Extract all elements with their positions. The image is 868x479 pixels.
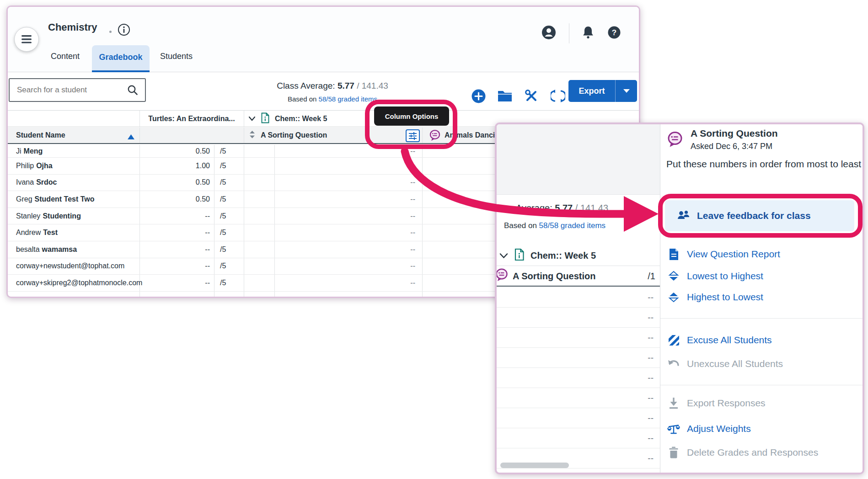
question-context-menu: A Sorting Question Asked Dec 6, 3:47 PM … — [660, 124, 863, 473]
grade-cell[interactable]: -- — [140, 275, 210, 291]
table-row[interactable]: -- — [497, 368, 660, 388]
grade-cell[interactable]: -- — [275, 224, 415, 241]
clone-question-row[interactable]: A Sorting Question /1 — [497, 266, 660, 287]
menu-question-description: Put these numbers in order from most to … — [666, 154, 864, 175]
collapse-chevron-icon[interactable] — [248, 115, 256, 123]
menu-question-asked: Asked Dec 6, 3:47 PM — [691, 142, 772, 151]
grade-cell[interactable]: -- — [140, 241, 210, 258]
table-row[interactable]: -- — [497, 408, 660, 428]
scales-icon — [667, 423, 680, 435]
sort-descending-icon — [667, 292, 680, 303]
grade-cell[interactable]: -- — [275, 145, 415, 157]
report-document-icon — [667, 248, 680, 261]
grade-cell[interactable]: -- — [275, 158, 415, 174]
svg-text:?: ? — [612, 28, 616, 37]
menu-item-view-question-report[interactable]: View Question Report — [667, 247, 780, 261]
title-dot — [109, 31, 112, 33]
graded-items-link[interactable]: 58/58 graded items — [319, 95, 377, 103]
download-icon — [667, 397, 680, 409]
grade-cell[interactable]: -- — [140, 208, 210, 224]
out-of-value: /1 — [648, 271, 655, 282]
class-average-value: 5.77 — [338, 81, 354, 90]
grade-cell[interactable]: -- — [275, 208, 415, 224]
grade-cell[interactable]: -- — [275, 275, 415, 291]
table-row[interactable]: -- — [497, 308, 660, 328]
question-bubble-icon — [495, 268, 509, 284]
grade-cell[interactable]: -- — [275, 175, 415, 191]
undo-icon — [667, 359, 680, 369]
question-bubble-icon — [429, 129, 441, 144]
tab-students[interactable]: Students — [160, 52, 193, 61]
tools-icon[interactable] — [524, 88, 539, 104]
export-button[interactable]: Export — [568, 80, 615, 102]
grade-cell[interactable]: 0.50 — [140, 191, 210, 208]
menu-item-excuse-all-students[interactable]: Excuse All Students — [667, 333, 772, 347]
export-dropdown-button[interactable] — [615, 80, 637, 102]
table-row[interactable]: -- — [497, 328, 660, 348]
clone-group-row[interactable]: Chem:: Week 5 — [497, 245, 660, 266]
grade-cell[interactable]: -- — [275, 258, 415, 275]
menu-icon[interactable] — [14, 27, 39, 52]
menu-item-lowest-to-highest[interactable]: Lowest to Highest — [667, 269, 763, 283]
leave-feedback-button[interactable]: Leave feedback for class — [665, 200, 854, 231]
trash-icon — [667, 447, 680, 458]
excuse-stripes-icon — [667, 335, 680, 346]
column-group-chem-week5[interactable]: Chem:: Week 5 — [275, 115, 327, 123]
sliders-icon — [408, 132, 418, 140]
graded-items-link[interactable]: 58/58 graded items — [539, 221, 606, 230]
sort-toggle-icon[interactable] — [249, 131, 255, 140]
class-average: Class Average: 5.77 / 141.43 Based on 58… — [227, 81, 438, 103]
student-name-header[interactable]: Student Name — [16, 131, 65, 139]
help-icon[interactable]: ? — [607, 25, 622, 42]
menu-item-adjust-weights[interactable]: Adjust Weights — [667, 421, 751, 436]
sync-icon[interactable] — [550, 88, 566, 104]
grade-cell[interactable]: -- — [140, 258, 210, 275]
grade-cell[interactable]: 1.00 — [140, 158, 210, 174]
table-row[interactable]: -- — [497, 287, 660, 308]
course-title: Chemistry — [48, 21, 97, 33]
add-circle-icon[interactable] — [471, 88, 486, 104]
menu-item-export-responses[interactable]: Export Responses — [667, 396, 766, 410]
menu-item-highest-to-lowest[interactable]: Highest to Lowest — [667, 290, 763, 304]
clone-grade-rows: -- -- -- -- -- -- -- -- -- — [497, 287, 660, 468]
class-average-total: / 141.43 — [357, 81, 388, 90]
table-row[interactable]: -- — [497, 348, 660, 368]
table-row[interactable]: -- — [497, 428, 660, 448]
search-input[interactable] — [10, 85, 127, 95]
column-options-button[interactable] — [406, 129, 420, 142]
chevron-down-icon — [623, 89, 630, 93]
question-bubble-icon — [666, 131, 684, 150]
class-average-label: Class Average: — [277, 81, 335, 90]
grade-cell[interactable]: -- — [275, 241, 415, 258]
clone-question-label: A Sorting Question — [513, 271, 595, 282]
clone-empty-area — [497, 124, 660, 195]
sort-ascending-icon — [667, 271, 680, 282]
page-document-icon — [261, 112, 270, 125]
people-icon — [677, 209, 691, 222]
info-icon[interactable] — [118, 23, 130, 38]
grade-cell[interactable]: 0.50 — [140, 175, 210, 191]
search-icon[interactable] — [127, 84, 145, 96]
tab-content[interactable]: Content — [51, 52, 80, 61]
horizontal-scrollbar[interactable] — [500, 463, 569, 468]
question-menu-window: lass Average: 5.77 / 141.43 Based on 58/… — [495, 122, 864, 474]
menu-divider — [660, 385, 863, 385]
account-icon[interactable] — [541, 24, 557, 43]
sort-ascending-indicator-icon[interactable] — [128, 133, 134, 141]
menu-item-delete-grades-responses[interactable]: Delete Grades and Responses — [667, 445, 818, 460]
grade-cell[interactable]: 0.50 — [140, 145, 210, 157]
column-options-tooltip: Column Options — [374, 106, 449, 126]
question1-header[interactable]: A Sorting Question — [261, 131, 327, 139]
menu-item-unexcuse-all-students[interactable]: Unexcuse All Students — [667, 357, 783, 371]
collapse-chevron-icon[interactable] — [499, 250, 508, 261]
grade-cell[interactable]: -- — [275, 191, 415, 208]
grade-cell[interactable]: -- — [140, 224, 210, 241]
folder-icon[interactable] — [497, 88, 513, 104]
clone-group-label: Chem:: Week 5 — [530, 250, 596, 261]
tab-gradebook[interactable]: Gradebook — [92, 45, 150, 72]
column-group-turtles[interactable]: Turtles: An Extraordina... — [148, 115, 235, 123]
header-divider — [569, 23, 569, 43]
export-split-button: Export — [568, 80, 637, 102]
table-row[interactable]: -- — [497, 388, 660, 408]
notifications-icon[interactable] — [581, 25, 595, 42]
